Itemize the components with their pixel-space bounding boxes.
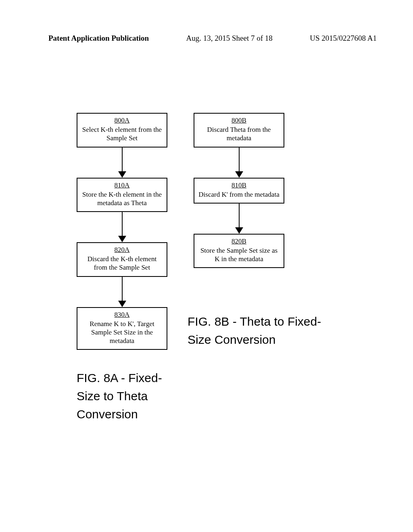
header-right: US 2015/0227608 A1 (310, 34, 377, 43)
arrow-wrapper (77, 277, 167, 307)
flow-arrow (118, 212, 126, 242)
header-center: Aug. 13, 2015 Sheet 7 of 18 (186, 34, 273, 43)
arrow-head-icon (118, 171, 126, 178)
arrow-head-icon (118, 236, 126, 242)
box-text: Discard K' from the metadata (198, 191, 279, 198)
arrow-head-icon (118, 301, 126, 307)
box-id: 800B (198, 116, 280, 125)
box-text: Store the K-th element in the metadata a… (82, 191, 162, 207)
flowchart-box: 810B Discard K' from the metadata (194, 178, 284, 204)
arrow-line (122, 277, 123, 301)
box-id: 830A (81, 311, 163, 319)
box-text: Store the Sample Set size as K in the me… (200, 247, 277, 263)
page-header: Patent Application Publication Aug. 13, … (0, 34, 413, 43)
arrow-line (122, 148, 123, 171)
arrow-wrapper (77, 148, 167, 178)
flow-arrow (235, 204, 243, 234)
box-id: 810B (198, 181, 280, 189)
box-text: Discard Theta from the metadata (207, 126, 271, 142)
flowchart-box: 810A Store the K-th element in the metad… (77, 178, 167, 212)
flowchart-box: 820B Store the Sample Set size as K in t… (194, 234, 284, 268)
arrow-wrapper (194, 204, 284, 234)
figure-label-a: FIG. 8A - Fixed-Size to Theta Conversion (77, 369, 169, 423)
box-text: Discard the K-th element from the Sample… (88, 255, 156, 271)
box-text: Select K-th element from the Sample Set (82, 126, 162, 142)
box-id: 800A (81, 116, 163, 125)
flow-arrow (118, 277, 126, 307)
flowchart-b: 800B Discard Theta from the metadata 810… (194, 113, 284, 268)
arrow-line (239, 148, 240, 171)
arrow-head-icon (235, 171, 243, 178)
figure-label-b: FIG. 8B - Theta to Fixed-Size Conversion (188, 312, 329, 349)
box-id: 810A (81, 181, 163, 189)
flowchart-box: 820A Discard the K-th element from the S… (77, 242, 167, 277)
flowchart-box: 830A Rename K to K', Target Sample Set S… (77, 307, 167, 350)
arrow-head-icon (235, 227, 243, 234)
arrow-wrapper (77, 212, 167, 242)
flowchart-box: 800A Select K-th element from the Sample… (77, 113, 167, 148)
arrow-wrapper (194, 148, 284, 178)
flowchart-a: 800A Select K-th element from the Sample… (77, 113, 167, 350)
box-text: Rename K to K', Target Sample Set Size i… (90, 320, 154, 345)
box-id: 820B (198, 237, 280, 245)
flow-arrow (118, 148, 126, 178)
arrow-line (239, 204, 240, 227)
flow-arrow (235, 148, 243, 178)
arrow-line (122, 212, 123, 236)
header-left: Patent Application Publication (48, 34, 149, 43)
box-id: 820A (81, 246, 163, 254)
flowchart-box: 800B Discard Theta from the metadata (194, 113, 284, 148)
